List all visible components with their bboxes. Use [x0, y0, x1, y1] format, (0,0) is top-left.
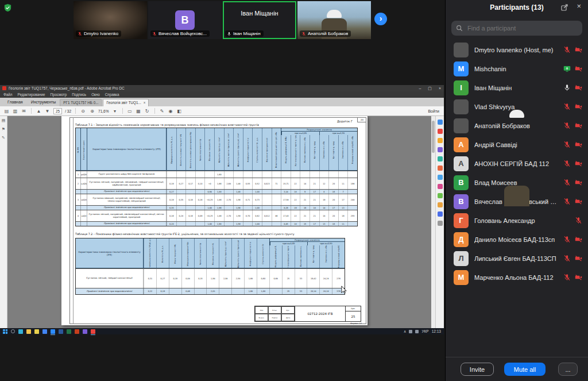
mute-all-button[interactable]: Mute all	[504, 363, 546, 376]
tray-volume-icon[interactable]	[415, 330, 419, 333]
sign-in-link[interactable]: Войти	[428, 109, 439, 113]
maximize-icon[interactable]: ▢	[428, 85, 432, 91]
tool-pane-icon[interactable]	[438, 221, 443, 226]
menu-item[interactable]: Окно	[91, 93, 100, 97]
taskbar-app-icon[interactable]	[91, 329, 95, 334]
next-participants-button[interactable]: ›	[374, 13, 387, 25]
tool-pane-icon[interactable]	[438, 147, 443, 152]
zoom-dropdown-caret-icon[interactable]: ▾	[112, 108, 118, 114]
tool-pane-icon[interactable]	[438, 129, 443, 134]
page-number-input[interactable]: 25	[53, 108, 62, 114]
menu-item[interactable]: Файл	[3, 93, 12, 97]
menu-item[interactable]: Подпись	[72, 93, 86, 97]
participant-row[interactable]: Анатолій Бобраков	[446, 116, 588, 135]
clock[interactable]: 12:13	[432, 329, 441, 333]
participant-row[interactable]: Д Данило Моісеєв БАД-113сп	[446, 230, 588, 249]
start-button-icon[interactable]	[3, 329, 7, 334]
menu-item[interactable]: Редактирование	[17, 93, 45, 97]
file-tool-icon[interactable]: ✉	[21, 108, 27, 114]
file-tool-icon[interactable]: ▥	[12, 108, 18, 114]
tool-pane-icon[interactable]	[438, 166, 443, 171]
zoom-in-icon[interactable]: ⊕	[89, 108, 95, 114]
taskbar-app-icon[interactable]	[18, 329, 23, 334]
tab-close-icon[interactable]: ×	[144, 99, 146, 106]
screen-share-indicator-icon	[563, 65, 571, 72]
participant-row[interactable]: Л Липський Євген БАД-113СП	[446, 249, 588, 268]
participant-row[interactable]: Dmytro Ivanenko (Host, me)	[446, 40, 588, 59]
participant-search[interactable]	[451, 21, 582, 36]
participant-name: Dmytro Ivanenko	[84, 31, 118, 36]
avatar: В	[454, 194, 469, 209]
view-mode-icon[interactable]: ▭	[127, 108, 133, 114]
file-tool-icon[interactable]: ▤	[3, 108, 10, 114]
page-nav-icon[interactable]: ▲	[36, 108, 42, 114]
video-tile[interactable]: Dmytro Ivanenko	[74, 1, 147, 39]
video-tile[interactable]: Іван Міщанін Іван Міщанін	[223, 1, 296, 39]
zoom-out-icon[interactable]: ⊖	[80, 108, 86, 114]
navigation-pane-strip: ▤⚑✎	[0, 116, 7, 328]
tool-pane-icon[interactable]	[438, 193, 443, 198]
tool-pane-icon[interactable]	[438, 184, 443, 189]
taskbar-app-icon[interactable]	[75, 329, 79, 334]
taskbar-app-icon[interactable]	[42, 329, 47, 334]
popout-icon[interactable]	[560, 3, 568, 11]
avatar-initial: М	[458, 273, 465, 282]
tool-pane-icon[interactable]	[438, 120, 443, 125]
minimize-icon[interactable]: –	[419, 85, 421, 91]
zoom-level[interactable]: 71,6%	[98, 109, 109, 113]
participant-row[interactable]: Г Головань Александр	[446, 211, 588, 230]
taskbar-app-icon[interactable]	[51, 329, 55, 334]
view-mode-icon[interactable]: ↻	[144, 108, 150, 114]
tray-network-icon[interactable]	[409, 330, 412, 333]
participant-row[interactable]: І Іван Міщанін	[446, 78, 588, 97]
acrobat-window: Геологія звіт TUQ1757, Черкаське_п6зв.pd…	[0, 85, 444, 328]
document-tab[interactable]: РГ1 TUQ1757 НБ 0...	[60, 99, 102, 106]
tool-pane-icon[interactable]	[438, 175, 443, 180]
taskbar-app-icon[interactable]	[34, 329, 39, 334]
participant-row[interactable]: М Марченко Альона БАД-112	[446, 268, 588, 287]
participant-row[interactable]: А Андрій Саввіді	[446, 135, 588, 154]
tool-pane-icon[interactable]	[438, 202, 443, 207]
tool-pane-icon[interactable]	[438, 211, 443, 217]
acrobat-app-icon	[2, 86, 6, 90]
vertical-scrollbar[interactable]	[431, 116, 435, 328]
annotation-tool-icon[interactable]: ◧	[176, 108, 183, 114]
more-options-button[interactable]: ...	[558, 363, 578, 376]
nav-pane-icon[interactable]: ▤	[2, 118, 6, 123]
taskbar-search-icon[interactable]	[11, 329, 15, 333]
nav-pane-icon[interactable]: ⚑	[2, 127, 5, 132]
video-tile[interactable]: В Вячеслав Войцеховс...	[148, 1, 222, 39]
close-icon[interactable]: ×	[577, 2, 581, 10]
window-controls: –▢×	[419, 85, 441, 91]
annotation-tool-icon[interactable]: ✎	[159, 108, 165, 114]
page-nav-icon[interactable]: ▼	[44, 108, 51, 114]
taskbar-app-icon[interactable]	[67, 329, 71, 334]
tray-chevron-icon[interactable]: ∧	[404, 329, 407, 334]
invite-button[interactable]: Invite	[461, 363, 494, 376]
nav-tab[interactable]: Инструменты	[27, 98, 60, 106]
taskbar-app-icon[interactable]	[59, 329, 63, 334]
taskbar-app-icon[interactable]	[83, 329, 87, 334]
annotation-tool-icon[interactable]: ◉	[168, 108, 174, 114]
avatar: Л	[454, 251, 469, 266]
close-icon[interactable]: ×	[439, 85, 441, 91]
tool-pane-icon[interactable]	[438, 156, 443, 161]
document-tab[interactable]: Геологія звіт TUQ1...×	[103, 99, 149, 106]
scrollbar-thumb[interactable]	[432, 121, 435, 153]
view-mode-icon[interactable]: ▦	[136, 108, 142, 114]
meeting-security-shield-icon[interactable]	[3, 3, 12, 12]
participant-row[interactable]: А АНОХІН СЕРГІЙ БАД 112	[446, 154, 588, 173]
nav-tab[interactable]: Главная	[3, 98, 27, 106]
search-input[interactable]	[466, 24, 578, 32]
document-canvas[interactable]: Додаток Г 20 Таблиця 7.1 – Зведена відом…	[7, 116, 431, 328]
video-tile[interactable]: Анатолій Бобраков	[297, 1, 371, 39]
language-indicator[interactable]: УКР	[421, 329, 428, 333]
nav-pane-icon[interactable]: ✎	[2, 136, 5, 140]
tool-pane-icon[interactable]	[438, 138, 443, 143]
taskbar-app-icon[interactable]	[26, 329, 31, 334]
participant-row[interactable]: M Mishchanin	[446, 59, 588, 78]
camera-off-icon	[575, 274, 582, 281]
menu-item[interactable]: Справка	[105, 93, 119, 97]
menu-item[interactable]: Просмотр	[50, 93, 67, 97]
avatar-initial: M	[458, 64, 465, 73]
